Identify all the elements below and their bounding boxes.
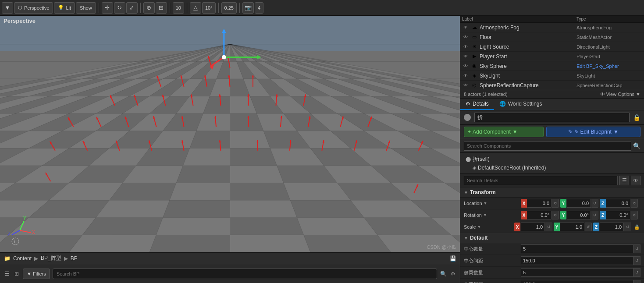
default-section-header[interactable]: ▼ Default (460, 233, 644, 243)
rotation-x-reset[interactable]: ↺ (552, 211, 559, 219)
scale-y-input[interactable] (560, 223, 584, 231)
scale-y-reset[interactable]: ↺ (585, 223, 592, 231)
rotation-y-reset[interactable]: ↺ (591, 211, 598, 219)
search-components-input[interactable] (464, 141, 631, 151)
table-row[interactable]: 👁 ◈ SkyLight SkyLight (460, 71, 644, 81)
search-input[interactable] (53, 269, 437, 279)
table-row[interactable]: 👁 ▭ Floor StaticMeshActor (460, 32, 644, 42)
scale-x-input[interactable] (521, 223, 545, 231)
location-z-input[interactable] (606, 199, 630, 208)
location-y-reset[interactable]: ↺ (591, 199, 598, 208)
comp-default-scene-root[interactable]: ◈ DefaultSceneRoot (Inherited) (471, 164, 640, 172)
actor-type: PlayerStart (576, 54, 642, 59)
rotate-icon[interactable]: ↻ (114, 2, 125, 14)
prop-reset[interactable]: ↺ (633, 256, 640, 265)
visibility-icon[interactable]: 👁 (462, 24, 469, 31)
top-toolbar: ▼ ⬡ Perspective 💡 Lit Show ✛ ↻ ⤢ ⊕ ⊞ 10 … (0, 0, 644, 16)
add-component-btn[interactable]: + Add Component ▼ (464, 127, 544, 137)
table-row[interactable]: 👁 ▶ Player Start PlayerStart (460, 52, 644, 61)
scale-icon[interactable]: ⤢ (126, 2, 138, 14)
world-icon: 🌐 (499, 101, 506, 107)
prop-reset[interactable]: ↺ (633, 280, 640, 283)
lock-icon[interactable]: 🔒 (633, 114, 640, 121)
location-x-reset[interactable]: ↺ (552, 199, 559, 208)
location-z-reset[interactable]: ↺ (631, 199, 638, 208)
add-icon: + (468, 129, 471, 135)
edit-bp-label: ✎ Edit Blueprint (574, 129, 612, 135)
rotation-x-input[interactable] (527, 211, 551, 219)
visibility-icon[interactable]: 👁 (462, 82, 469, 89)
prop-input[interactable] (521, 268, 633, 277)
breadcrumb-bp-type[interactable]: BP_阵型 (41, 255, 61, 262)
default-props: 中心数量 ↺ 中心间距 ↺ 侧翼数量 ↺ 侧翼间距 ↺ 折阵排数量 ↺ 折阵排间… (460, 243, 644, 283)
details-tabs: ⚙ Details 🌐 World Settings (460, 99, 644, 110)
table-row[interactable]: 👁 ◎ SphereReflectionCapture SphereReflec… (460, 81, 644, 90)
visibility-icon[interactable]: 👁 (462, 34, 469, 41)
location-y-label: Y (560, 199, 566, 208)
rotation-values: X ↺ Y ↺ Z ↺ (521, 211, 640, 219)
scale-value[interactable]: 0.25 (221, 2, 237, 14)
scale-row: Scale ▼ X ↺ Y ↺ Z (460, 221, 644, 233)
viewport[interactable]: Perspective CSDN @小瓜 (0, 16, 460, 252)
breadcrumb-bp[interactable]: BP (71, 255, 78, 262)
edit-blueprint-btn[interactable]: ✎ ✎ Edit Blueprint ▼ (546, 127, 640, 137)
lit-btn[interactable]: 💡 Lit (54, 2, 75, 14)
location-x-label: X (521, 199, 527, 208)
dropdown-btn[interactable]: ▼ (2, 2, 13, 14)
details-eye-icon-btn[interactable]: 👁 (631, 176, 640, 185)
location-y-field: Y ↺ (560, 199, 598, 208)
prop-value-field: ↺ (521, 280, 640, 283)
prop-input[interactable] (521, 256, 633, 265)
details-list-icon-btn[interactable]: ☰ (619, 176, 629, 185)
actor-name: Atmospheric Fog (480, 25, 576, 31)
scale-z-input[interactable] (600, 223, 624, 231)
rotation-y-input[interactable] (567, 211, 591, 219)
rotation-z-reset[interactable]: ↺ (631, 211, 638, 219)
snap-icon[interactable]: ⊞ (156, 2, 167, 14)
settings-icon[interactable]: ⚙ (449, 270, 456, 277)
grid-size[interactable]: 10 (173, 2, 184, 14)
prop-input[interactable] (521, 244, 633, 253)
tab-world-settings[interactable]: 🌐 World Settings (494, 99, 548, 110)
sep1 (99, 3, 99, 13)
scale-z-reset[interactable]: ↺ (624, 223, 631, 231)
camera-num[interactable]: 4 (255, 2, 263, 14)
search-details-input[interactable] (464, 176, 618, 185)
prop-input[interactable] (521, 280, 633, 283)
table-row[interactable]: 👁 ☀ Light Source DirectionalLight (460, 42, 644, 52)
world-icon[interactable]: ⊕ (143, 2, 155, 14)
comp-self[interactable]: ⬤ 折(self) (464, 155, 640, 164)
search-icon[interactable]: 🔍 (440, 270, 447, 277)
prop-reset[interactable]: ↺ (633, 268, 640, 277)
visibility-icon[interactable]: 👁 (462, 63, 469, 70)
visibility-icon[interactable]: 👁 (462, 43, 469, 50)
actor-name: SphereReflectionCapture (480, 82, 576, 88)
visibility-icon[interactable]: 👁 (462, 53, 469, 60)
perspective-btn[interactable]: ⬡ Perspective (14, 2, 53, 14)
show-btn[interactable]: Show (76, 2, 96, 14)
angle-icon[interactable]: △ (190, 2, 201, 14)
filter-btn[interactable]: ▼ Filters (23, 269, 50, 279)
table-row[interactable]: 👁 ☁ Atmospheric Fog AtmosphericFog (460, 23, 644, 32)
location-y-input[interactable] (567, 199, 591, 208)
scale-x-reset[interactable]: ↺ (545, 223, 552, 231)
save-icon[interactable]: 💾 (449, 255, 456, 262)
camera-icon[interactable]: 📷 (242, 2, 254, 14)
transform-icon[interactable]: ✛ (102, 2, 113, 14)
bp-name-input[interactable] (474, 113, 630, 122)
breadcrumb-content[interactable]: Content (13, 255, 32, 262)
scale-lock[interactable]: 🔒 (633, 223, 640, 231)
visibility-icon[interactable]: 👁 (462, 72, 469, 79)
search-components-row: 🔍 (460, 139, 644, 153)
list-item: 侧翼数量 ↺ (460, 267, 644, 279)
angle-value[interactable]: 10° (202, 2, 216, 14)
transform-section-header[interactable]: ▼ Transform (460, 187, 644, 198)
prop-reset[interactable]: ↺ (633, 244, 640, 253)
rotation-z-input[interactable] (606, 211, 630, 219)
tab-details[interactable]: ⚙ Details (460, 99, 494, 110)
view-options-btn[interactable]: 👁 View Options ▼ (600, 92, 641, 97)
view-options-label: View Options (606, 92, 635, 97)
table-row[interactable]: 👁 ◉ Sky Sphere Edit BP_Sky_Spher (460, 61, 644, 71)
location-x-input[interactable] (527, 199, 551, 208)
sep6 (239, 3, 240, 13)
